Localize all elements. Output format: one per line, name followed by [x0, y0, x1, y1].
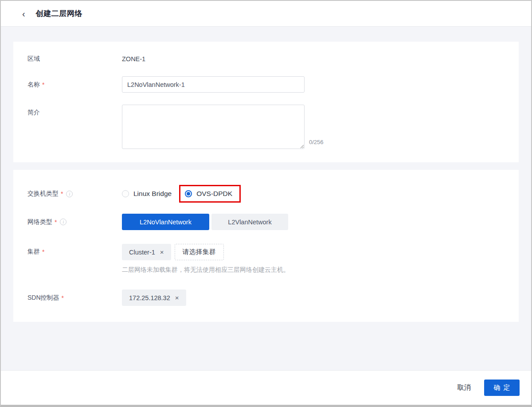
basic-info-card: 区域 ZONE-1 名称 * 简介 0/256 [13, 42, 519, 162]
info-icon[interactable]: i [60, 219, 66, 225]
footer-action-bar: 取消 确定 [1, 370, 531, 405]
required-asterisk: * [61, 190, 63, 197]
switch-type-label-text: 交换机类型 [27, 190, 59, 198]
remove-tag-icon[interactable]: × [160, 249, 164, 255]
form-body: 区域 ZONE-1 名称 * 简介 0/256 [1, 27, 531, 370]
description-row: 简介 0/256 [27, 105, 505, 149]
zone-row: 区域 ZONE-1 [27, 55, 505, 63]
switch-type-radio-group: Linux Bridge OVS-DPDK [122, 185, 241, 203]
cluster-label: 集群 * [27, 248, 122, 256]
network-type-segment-group: L2NoVlanNetwork L2VlanNetwork [122, 214, 288, 230]
zone-label-text: 区域 [27, 55, 40, 63]
zone-label: 区域 [27, 55, 122, 63]
network-type-label: 网络类型 * i [27, 218, 122, 226]
cluster-controls: Cluster-1 × 请选择集群 二层网络未加载集群，将无法使用相应三层网络创… [122, 244, 289, 290]
description-label-text: 简介 [27, 109, 40, 117]
required-asterisk: * [62, 294, 64, 301]
cluster-tag-text: Cluster-1 [129, 249, 155, 256]
info-icon[interactable]: i [66, 191, 73, 197]
network-config-card: 交换机类型 * i Linux Bridge OVS-DPDK [13, 170, 519, 322]
create-l2-network-window: ‹ 创建二层网络 区域 ZONE-1 名称 * 简介 [0, 0, 532, 407]
name-row: 名称 * [27, 76, 505, 93]
char-counter: 0/256 [309, 139, 324, 145]
segment-l2novlan-button[interactable]: L2NoVlanNetwork [122, 214, 209, 230]
confirm-button[interactable]: 确定 [484, 380, 520, 396]
switch-type-row: 交换机类型 * i Linux Bridge OVS-DPDK [27, 185, 505, 203]
required-asterisk: * [55, 219, 57, 226]
network-type-row: 网络类型 * i L2NoVlanNetwork L2VlanNetwork [27, 214, 505, 230]
sdn-controller-row: SDN控制器 * 172.25.128.32 × [27, 290, 505, 306]
name-label-text: 名称 [27, 81, 40, 89]
zone-value: ZONE-1 [122, 55, 145, 63]
segment-l2vlan-button[interactable]: L2VlanNetwork [211, 214, 288, 230]
radio-ovs-dpdk[interactable]: OVS-DPDK [185, 190, 232, 198]
network-type-label-text: 网络类型 [27, 218, 52, 226]
cancel-button[interactable]: 取消 [457, 383, 471, 392]
cluster-row: 集群 * Cluster-1 × 请选择集群 二层网络未加载集群，将无法使用相应… [27, 244, 505, 290]
radio-label: OVS-DPDK [196, 190, 232, 198]
switch-type-label: 交换机类型 * i [27, 190, 122, 198]
radio-circle-icon [185, 190, 192, 197]
sdn-controller-tag: 172.25.128.32 × [122, 290, 186, 306]
radio-label: Linux Bridge [133, 190, 172, 198]
required-asterisk: * [42, 248, 44, 255]
page-title: 创建二层网络 [36, 8, 82, 19]
description-label: 简介 [27, 109, 122, 117]
cluster-tag: Cluster-1 × [122, 244, 171, 260]
page-header: ‹ 创建二层网络 [1, 1, 531, 27]
remove-tag-icon[interactable]: × [175, 294, 179, 301]
radio-circle-icon [122, 190, 129, 197]
select-cluster-button[interactable]: 请选择集群 [175, 244, 224, 260]
cluster-label-text: 集群 [27, 248, 40, 256]
name-label: 名称 * [27, 81, 122, 89]
sdn-controller-label-text: SDN控制器 [27, 294, 59, 302]
required-asterisk: * [42, 81, 44, 88]
sdn-controller-tag-text: 172.25.128.32 [129, 294, 170, 301]
radio-linux-bridge[interactable]: Linux Bridge [122, 190, 172, 198]
description-textarea[interactable] [122, 105, 305, 149]
cluster-tag-list: Cluster-1 × 请选择集群 [122, 244, 289, 260]
name-input[interactable] [122, 76, 305, 93]
sdn-controller-label: SDN控制器 * [27, 294, 122, 302]
back-icon[interactable]: ‹ [20, 8, 27, 19]
red-highlight-annotation: OVS-DPDK [179, 185, 241, 203]
cluster-helper-text: 二层网络未加载集群，将无法使用相应三层网络创建云主机。 [122, 266, 289, 274]
